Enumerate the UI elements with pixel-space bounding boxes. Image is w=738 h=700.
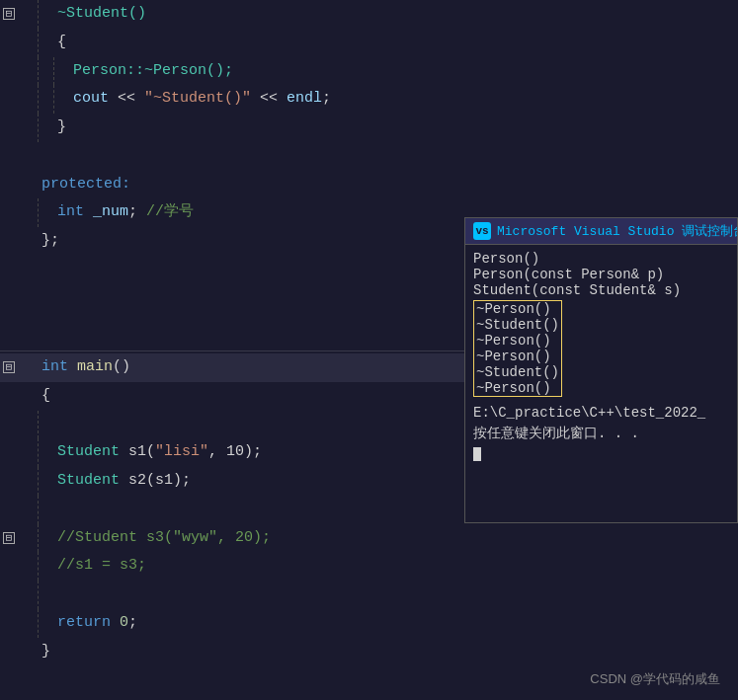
- line-gutter: [0, 171, 20, 199]
- line-code: cout << "~Student()" << endl;: [69, 85, 738, 114]
- line-code: //Student s3("wyw", 20);: [53, 524, 738, 553]
- indent-bar: [38, 609, 53, 638]
- fold-icon[interactable]: ⊟: [3, 361, 15, 373]
- line-fold: [20, 467, 38, 496]
- line-gutter: [0, 85, 20, 114]
- code-token: protected:: [41, 176, 130, 193]
- line-fold: [20, 85, 38, 114]
- code-token: ~Student(): [57, 5, 146, 22]
- indent-bar: [38, 29, 53, 57]
- line-fold: [20, 227, 38, 256]
- line-gutter: [0, 227, 20, 256]
- line-gutter: [0, 609, 20, 638]
- line-code: [53, 581, 738, 609]
- fold-icon[interactable]: ⊟: [3, 532, 15, 544]
- line-gutter: [0, 467, 20, 496]
- vs-debug-window: vs Microsoft Visual Studio 调试控制台 Person(…: [464, 217, 738, 523]
- code-token: Student: [57, 472, 120, 489]
- line-indents: [38, 411, 53, 439]
- code-token: }: [57, 118, 66, 135]
- line-indents: [38, 198, 53, 227]
- line-gutter: [0, 411, 20, 439]
- code-token: main: [77, 358, 113, 375]
- line-indents: [38, 496, 53, 524]
- code-token: (): [113, 358, 130, 375]
- line-gutter: [0, 198, 20, 227]
- vs-cursor-line: [473, 446, 729, 462]
- code-token: 0: [111, 614, 128, 631]
- line-gutter: [0, 382, 20, 411]
- line-fold: [20, 552, 38, 581]
- line-code: protected:: [38, 171, 738, 199]
- vs-output-content: Person() Person(const Person& p) Student…: [465, 245, 737, 522]
- code-token: "~Student()": [144, 90, 251, 107]
- table-row: //s1 = s3;: [0, 552, 738, 581]
- indent-bar: [38, 467, 53, 496]
- table-row: cout << "~Student()" << endl;: [0, 85, 738, 114]
- line-indents: [38, 114, 53, 142]
- code-token: , 10);: [208, 443, 262, 460]
- code-token: Student: [57, 443, 120, 460]
- code-token: }: [41, 643, 50, 660]
- code-token: {: [41, 387, 50, 404]
- table-row: ⊟ //Student s3("wyw", 20);: [0, 524, 738, 553]
- indent-bar: [38, 0, 53, 29]
- vs-box-line: ~Person(): [476, 349, 559, 364]
- line-indents: [38, 552, 53, 581]
- indent-bar: [38, 581, 53, 609]
- code-token: Person::~Person();: [73, 62, 233, 79]
- vs-path: E:\C_practice\C++\test_2022_: [473, 405, 729, 421]
- vs-titlebar: vs Microsoft Visual Studio 调试控制台: [465, 218, 737, 245]
- table-row: ⊟ ~Student(): [0, 0, 738, 29]
- code-token: s1(: [120, 443, 155, 460]
- line-gutter: [0, 114, 20, 142]
- line-code: }: [38, 638, 738, 666]
- table-row: return 0;: [0, 609, 738, 638]
- line-fold: [20, 411, 38, 439]
- line-indents: [38, 524, 53, 553]
- vs-title: Microsoft Visual Studio 调试控制台: [497, 222, 737, 240]
- table-row: {: [0, 29, 738, 57]
- line-fold: [20, 29, 38, 57]
- line-indents: [38, 467, 53, 496]
- indent-bar: [53, 57, 69, 86]
- editor-area: ⊟ ~Student() { Person::~Person: [0, 0, 738, 700]
- line-indents: [38, 609, 53, 638]
- fold-icon[interactable]: ⊟: [3, 8, 15, 20]
- line-fold: [20, 114, 38, 142]
- line-fold: [20, 0, 38, 29]
- indent-bar: [38, 438, 53, 467]
- table-row: }: [0, 114, 738, 142]
- code-token: <<: [109, 90, 144, 107]
- line-code: [38, 142, 738, 171]
- line-indents: [38, 29, 53, 57]
- line-gutter: [0, 142, 20, 171]
- vs-icon: vs: [473, 222, 491, 240]
- vs-output-line: Person(): [473, 251, 729, 267]
- line-code: //s1 = s3;: [53, 552, 738, 581]
- code-token: _num: [84, 203, 128, 220]
- code-token: return: [57, 614, 111, 631]
- line-indents: [38, 57, 69, 86]
- line-gutter: ⊟: [0, 0, 20, 29]
- vs-icon-text: vs: [475, 225, 488, 237]
- code-token: <<: [251, 90, 287, 107]
- code-token: };: [41, 232, 59, 249]
- vs-output-line: Person(const Person& p): [473, 267, 729, 282]
- vs-cursor: [473, 447, 481, 461]
- line-gutter: [0, 552, 20, 581]
- line-code: Person::~Person();: [69, 57, 738, 86]
- code-token: s2(s1);: [120, 472, 191, 489]
- line-gutter: [0, 581, 20, 609]
- code-token: ;: [128, 614, 137, 631]
- line-fold: [20, 438, 38, 467]
- vs-box-line: ~Student(): [476, 364, 559, 380]
- vs-box-line: ~Student(): [476, 317, 559, 333]
- code-token: endl: [287, 90, 322, 107]
- code-token: int: [41, 358, 68, 375]
- vs-box-line: ~Person(): [476, 333, 559, 349]
- line-fold: [20, 581, 38, 609]
- line-code: }: [53, 114, 738, 142]
- watermark: CSDN @学代码的咸鱼: [590, 670, 720, 688]
- line-gutter: ⊟: [0, 524, 20, 553]
